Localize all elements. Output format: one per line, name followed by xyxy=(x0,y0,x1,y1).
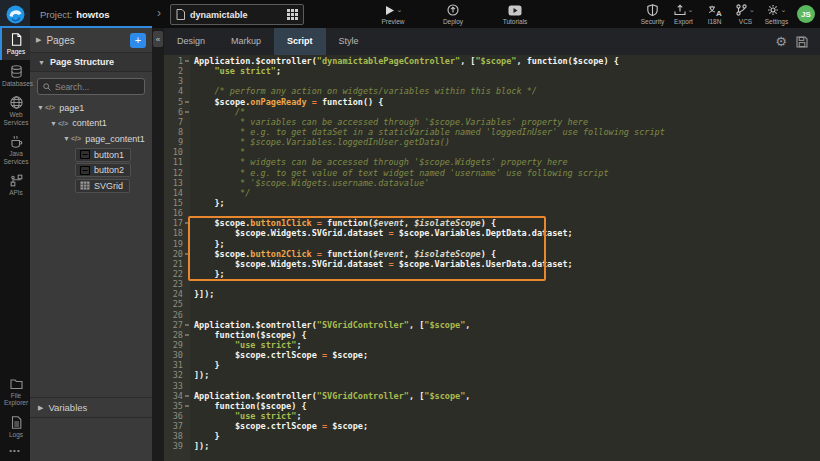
variables-section-header[interactable]: ▶ Variables xyxy=(30,397,152,418)
code-line-8[interactable]: 8 * e.g. to get dataSet in a staticVaria… xyxy=(164,127,820,137)
code-line-26[interactable]: 26 xyxy=(164,310,820,320)
code-line-23[interactable]: 23 xyxy=(164,279,820,289)
tab-design[interactable]: Design xyxy=(164,28,218,55)
line-number[interactable]: 12 xyxy=(164,168,190,178)
widget-chip[interactable]: button2 xyxy=(75,163,131,177)
fold-marker-icon[interactable] xyxy=(185,222,189,224)
line-number[interactable]: 34 xyxy=(164,391,190,401)
code-line-22[interactable]: 22 }; xyxy=(164,269,820,279)
page-grid-icon[interactable] xyxy=(287,9,298,20)
search-input[interactable]: Search... xyxy=(37,78,145,95)
line-number[interactable]: 14 xyxy=(164,188,190,198)
rail-item-apis[interactable]: APIs xyxy=(0,169,30,201)
line-number[interactable]: 6 xyxy=(164,107,190,117)
code-line-6[interactable]: 6 /* xyxy=(164,107,820,117)
rail-item-java-services[interactable]: Java Services xyxy=(0,130,30,169)
fold-marker-icon[interactable] xyxy=(185,253,189,255)
line-number[interactable]: 7 xyxy=(164,117,190,127)
line-number[interactable]: 25 xyxy=(164,299,190,309)
rail-item-pages[interactable]: Pages xyxy=(0,28,30,60)
fold-marker-icon[interactable] xyxy=(185,395,189,397)
line-number[interactable]: 23 xyxy=(164,279,190,289)
line-number[interactable]: 4 xyxy=(164,86,190,96)
line-number[interactable]: 5 xyxy=(164,97,190,107)
line-number[interactable]: 10 xyxy=(164,147,190,157)
export-button[interactable]: ⌄Export xyxy=(668,1,699,27)
fold-marker-icon[interactable] xyxy=(185,324,189,326)
line-number[interactable]: 24 xyxy=(164,289,190,299)
line-number[interactable]: 26 xyxy=(164,310,190,320)
line-number[interactable]: 39 xyxy=(164,441,190,451)
line-number[interactable]: 16 xyxy=(164,208,190,218)
line-number[interactable]: 11 xyxy=(164,157,190,167)
line-number[interactable]: 32 xyxy=(164,370,190,380)
tree-node-SVGrid[interactable]: SVGrid xyxy=(30,178,152,194)
code-line-28[interactable]: 28 function($scope) { xyxy=(164,330,820,340)
line-number[interactable]: 27 xyxy=(164,320,190,330)
line-number[interactable]: 17 xyxy=(164,218,190,228)
code-line-33[interactable]: 33 xyxy=(164,381,820,391)
code-line-17[interactable]: 17 $scope.button1Click = function($event… xyxy=(164,218,820,228)
tree-node-button2[interactable]: button2 xyxy=(30,162,152,178)
security-button[interactable]: Security xyxy=(637,1,668,27)
line-number[interactable]: 1 xyxy=(164,56,190,66)
fold-marker-icon[interactable] xyxy=(185,111,189,113)
code-line-4[interactable]: 4 /* perform any action on widgets/varia… xyxy=(164,86,820,96)
vcs-button[interactable]: ⌄VCS xyxy=(730,1,761,27)
tree-node-content1[interactable]: ▼</>content1 xyxy=(30,116,152,132)
page-selector[interactable]: dynamictable xyxy=(170,4,304,25)
line-number[interactable]: 15 xyxy=(164,198,190,208)
code-line-29[interactable]: 29 "use strict"; xyxy=(164,340,820,350)
tab-script[interactable]: Script xyxy=(274,28,326,55)
add-page-button[interactable]: + xyxy=(130,33,146,48)
line-number[interactable]: 22 xyxy=(164,269,190,279)
code-line-32[interactable]: 32]); xyxy=(164,370,820,380)
i18n-button[interactable]: AI18N xyxy=(699,1,730,27)
line-number[interactable]: 38 xyxy=(164,431,190,441)
line-number[interactable]: 8 xyxy=(164,127,190,137)
chevron-down-icon[interactable]: ▼ xyxy=(36,104,45,111)
code-line-1[interactable]: 1Application.$controller("dynamictablePa… xyxy=(164,56,820,66)
code-line-39[interactable]: 39]); xyxy=(164,441,820,451)
chevron-down-icon[interactable]: ▼ xyxy=(62,135,71,142)
widget-chip[interactable]: SVGrid xyxy=(75,179,130,193)
line-number[interactable]: 2 xyxy=(164,66,190,76)
line-number[interactable]: 37 xyxy=(164,421,190,431)
pages-panel-header[interactable]: ▶ Pages + xyxy=(30,28,152,52)
code-line-12[interactable]: 12 * e.g. to get value of text widget na… xyxy=(164,168,820,178)
fold-marker-icon[interactable] xyxy=(185,101,189,103)
fold-marker-icon[interactable] xyxy=(185,60,189,62)
line-number[interactable]: 20 xyxy=(164,249,190,259)
code-line-21[interactable]: 21 $scope.Widgets.SVGrid.dataset = $scop… xyxy=(164,259,820,269)
line-number[interactable]: 3 xyxy=(164,76,190,86)
code-line-7[interactable]: 7 * variables can be accessed through '$… xyxy=(164,117,820,127)
rail-item-databases[interactable]: Databases xyxy=(0,60,30,92)
code-line-13[interactable]: 13 * '$scope.Widgets.username.datavalue' xyxy=(164,178,820,188)
tab-markup[interactable]: Markup xyxy=(218,28,274,55)
rail-item-web-services[interactable]: Web Services xyxy=(0,91,30,130)
code-line-2[interactable]: 2 "use strict"; xyxy=(164,66,820,76)
code-line-3[interactable]: 3 xyxy=(164,76,820,86)
page-structure-header[interactable]: ▼ Page Structure xyxy=(30,52,152,72)
code-line-35[interactable]: 35 function($scope) { xyxy=(164,401,820,411)
tree-node-page_content1[interactable]: ▼</>page_content1 xyxy=(30,131,152,147)
collapse-panel-button[interactable]: « xyxy=(153,31,163,47)
code-line-34[interactable]: 34Application.$controller("SVGridControl… xyxy=(164,391,820,401)
code-line-25[interactable]: 25 xyxy=(164,299,820,309)
panel-splitter[interactable]: « xyxy=(152,28,164,461)
line-number[interactable]: 18 xyxy=(164,228,190,238)
code-line-36[interactable]: 36 "use strict"; xyxy=(164,411,820,421)
code-line-38[interactable]: 38 } xyxy=(164,431,820,441)
script-code-editor[interactable]: 1Application.$controller("dynamictablePa… xyxy=(164,55,820,461)
deploy-button[interactable]: Deploy xyxy=(428,1,478,27)
fold-marker-icon[interactable] xyxy=(185,334,189,336)
line-number[interactable]: 29 xyxy=(164,340,190,350)
code-line-18[interactable]: 18 $scope.Widgets.SVGrid.dataset = $scop… xyxy=(164,228,820,238)
line-number[interactable]: 31 xyxy=(164,360,190,370)
rail-more-button[interactable]: ••• xyxy=(0,442,30,461)
line-number[interactable]: 35 xyxy=(164,401,190,411)
tree-node-button1[interactable]: button1 xyxy=(30,147,152,163)
widget-chip[interactable]: button1 xyxy=(75,148,131,162)
line-number[interactable]: 33 xyxy=(164,381,190,391)
tutorials-button[interactable]: Tutorials xyxy=(490,1,540,27)
